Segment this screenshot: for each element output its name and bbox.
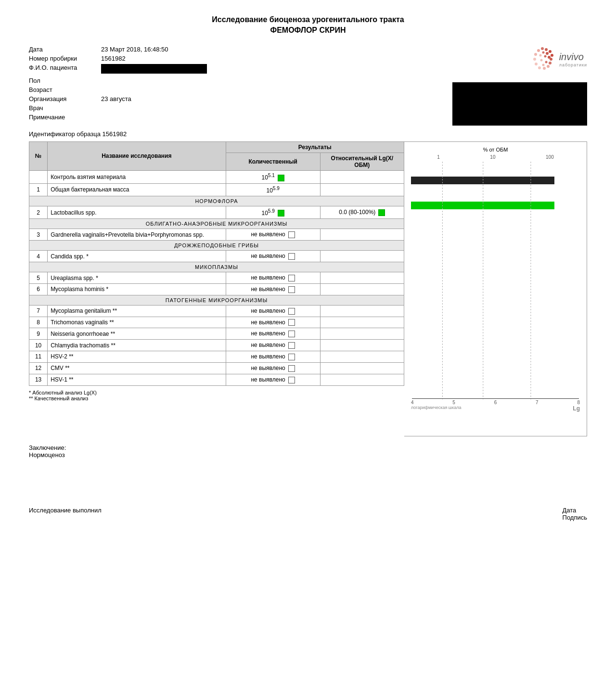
footer-date: Дата — [563, 507, 587, 514]
gender-row: Пол — [29, 77, 207, 84]
chart-row — [407, 274, 584, 287]
table-section: № Название исследования Результаты Колич… — [29, 141, 404, 436]
org-value: 23 августа — [101, 95, 131, 102]
svg-point-9 — [534, 53, 537, 56]
logo-brand: invivo лаборатики — [559, 51, 587, 67]
chart-row — [407, 287, 584, 299]
footnote-2: ** Качественный анализ — [29, 395, 404, 401]
row-rel — [320, 170, 404, 183]
chart-row — [407, 212, 584, 224]
patient-row: Ф.И.О. пациента — [29, 64, 207, 75]
chart-row — [407, 199, 584, 212]
main-content: № Название исследования Результаты Колич… — [29, 141, 587, 436]
svg-point-7 — [547, 65, 550, 68]
row-name: Candida spp. * — [48, 251, 226, 262]
chart-row — [407, 312, 584, 324]
svg-point-0 — [541, 47, 544, 50]
row-quant: не выявлено — [226, 251, 320, 262]
row-num: 7 — [29, 305, 48, 317]
row-quant: 105.9 — [226, 206, 320, 219]
results-header: Результаты — [226, 141, 404, 153]
row-name: Lactobacillus spp. — [48, 206, 226, 219]
page-title: Исследование биоценоза урогенитального т… — [29, 14, 587, 36]
chart-row — [407, 349, 584, 362]
section-header-cell: НОРМОФЛОРА — [29, 196, 404, 206]
header-left: Дата 23 Март 2018, 16:48:50 Номер пробир… — [29, 46, 207, 126]
svg-point-8 — [543, 67, 546, 70]
doctor-row: Врач — [29, 104, 207, 112]
row-quant: 105.1 — [226, 170, 320, 183]
row-name: Контроль взятия материала — [48, 170, 226, 183]
lg-label: Lg — [573, 405, 580, 412]
sample-label: Номер пробирки — [29, 55, 96, 62]
chart-row — [407, 249, 584, 262]
row-rel — [320, 317, 404, 328]
col-rel-header: Относительный Lg(X/ОБМ) — [320, 153, 404, 170]
row-num: 8 — [29, 317, 48, 328]
age-row: Возраст — [29, 86, 207, 93]
row-quant: не выявлено — [226, 351, 320, 363]
conclusion-value: Нормоценоз — [29, 451, 587, 459]
row-rel — [320, 283, 404, 295]
svg-point-20 — [542, 64, 544, 66]
chart-row — [407, 337, 584, 349]
patient-label: Ф.И.О. пациента — [29, 64, 96, 75]
svg-point-19 — [545, 61, 547, 63]
date-label: Дата — [29, 46, 96, 53]
gender-label: Пол — [29, 77, 96, 84]
footer-left: Исследование выполнил — [29, 507, 102, 521]
row-name: Trichomonas vaginalis ** — [48, 317, 226, 328]
svg-point-1 — [545, 48, 548, 51]
chart-row — [407, 374, 584, 387]
row-name: HSV-2 ** — [48, 351, 226, 363]
row-quant: не выявлено — [226, 283, 320, 295]
row-name: CMV ** — [48, 362, 226, 374]
footer-right: Дата Подпись — [563, 507, 587, 521]
redacted-image — [452, 82, 587, 126]
row-rel — [320, 305, 404, 317]
chart-inner: % от ОБМ 1 10 100 4 5 6 7 8 — [404, 142, 587, 436]
col-num-header: № — [29, 141, 48, 170]
conclusion-section: Заключение: Нормоценоз — [29, 444, 587, 459]
row-quant: не выявлено — [226, 229, 320, 241]
row-rel — [320, 229, 404, 241]
bar-obm — [411, 177, 554, 184]
row-name: Ureaplasma spp. * — [48, 272, 226, 284]
chart-row — [407, 187, 584, 199]
chart-row — [407, 237, 584, 249]
row-quant: не выявлено — [226, 305, 320, 317]
row-num: 12 — [29, 362, 48, 374]
row-num: 11 — [29, 351, 48, 363]
row-quant: не выявлено — [226, 328, 320, 340]
footnote-1: * Абсолютный анализ Lg(X) — [29, 390, 404, 395]
note-row: Примечание — [29, 114, 207, 121]
row-rel — [320, 374, 404, 385]
row-rel — [320, 251, 404, 262]
row-name: Общая бактериальная масса — [48, 183, 226, 196]
sample-value: 1561982 — [101, 55, 126, 62]
row-num: 4 — [29, 251, 48, 262]
row-rel — [320, 362, 404, 374]
svg-point-3 — [537, 49, 540, 52]
chart-row — [407, 174, 584, 187]
chart-row — [407, 362, 584, 374]
row-quant: не выявлено — [226, 317, 320, 328]
svg-point-15 — [542, 51, 544, 53]
row-num: 9 — [29, 328, 48, 340]
row-name: Gardnerella vaginalis+Prevotella bivia+P… — [48, 229, 226, 241]
date-row: Дата 23 Март 2018, 16:48:50 — [29, 46, 207, 53]
identifier: Идентификатор образца 1561982 — [29, 130, 587, 138]
chart-bars — [407, 162, 584, 399]
row-quant: не выявлено — [226, 362, 320, 374]
footnotes: * Абсолютный анализ Lg(X) ** Качественны… — [29, 390, 404, 401]
patient-value — [101, 64, 207, 75]
chart-row — [407, 387, 584, 399]
chart-bottom-axis: 4 5 6 7 8 логарифмическая шкала Lg — [407, 398, 584, 412]
conclusion-label: Заключение: — [29, 444, 587, 451]
col-quant-header: Количественный — [226, 153, 320, 170]
row-name: Mycoplasma genitalium ** — [48, 305, 226, 317]
chart-percent-labels: 1 10 100 — [407, 154, 584, 160]
row-name: Mycoplasma hominis * — [48, 283, 226, 295]
row-rel — [320, 351, 404, 363]
axis-sub-label: логарифмическая шкала — [411, 405, 461, 412]
